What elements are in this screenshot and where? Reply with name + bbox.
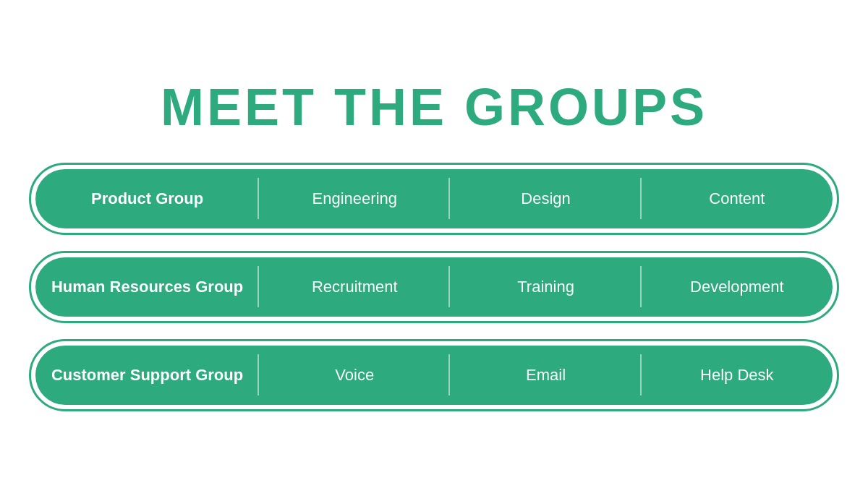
page-title: MEET THE GROUPS xyxy=(161,77,707,137)
group-row-hr-group: Human Resources GroupRecruitmentTraining… xyxy=(35,257,833,317)
groups-container: Product GroupEngineeringDesignContentHum… xyxy=(29,163,839,411)
group-item-product-group-0: Engineering xyxy=(259,169,450,228)
group-row-product-group: Product GroupEngineeringDesignContent xyxy=(35,169,833,228)
group-row-wrapper-support-group: Customer Support GroupVoiceEmailHelp Des… xyxy=(29,339,839,411)
group-name-hr-group: Human Resources Group xyxy=(35,257,259,317)
group-item-hr-group-1: Training xyxy=(450,257,641,317)
group-row-wrapper-hr-group: Human Resources GroupRecruitmentTraining… xyxy=(29,251,839,323)
group-item-support-group-2: Help Desk xyxy=(642,346,833,405)
group-row-support-group: Customer Support GroupVoiceEmailHelp Des… xyxy=(35,346,833,405)
group-item-hr-group-0: Recruitment xyxy=(259,257,450,317)
group-item-support-group-1: Email xyxy=(450,346,641,405)
group-name-support-group: Customer Support Group xyxy=(35,346,259,405)
group-item-support-group-0: Voice xyxy=(259,346,450,405)
group-item-product-group-2: Content xyxy=(642,169,833,228)
group-item-product-group-1: Design xyxy=(450,169,641,228)
group-row-wrapper-product-group: Product GroupEngineeringDesignContent xyxy=(29,163,839,235)
group-item-hr-group-2: Development xyxy=(642,257,833,317)
group-name-product-group: Product Group xyxy=(35,169,259,228)
